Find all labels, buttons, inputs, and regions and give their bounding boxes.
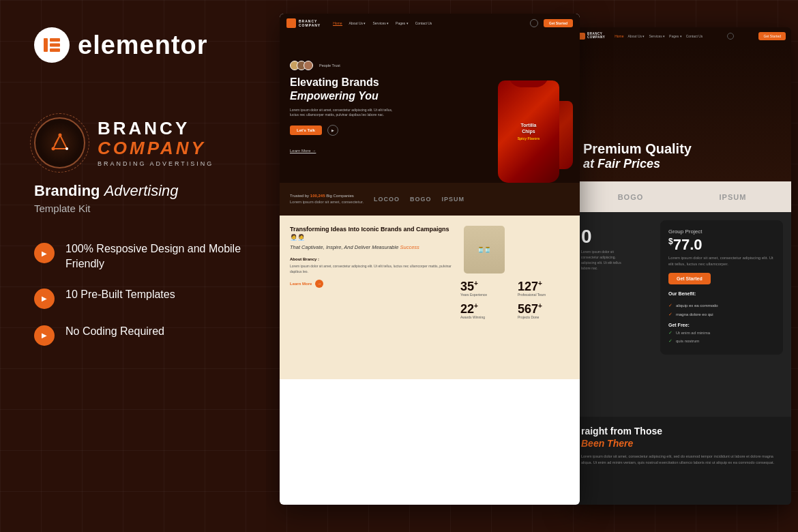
nav-logo-text: BRANCYCOMPANY	[299, 19, 321, 27]
nav-contact[interactable]: Contact Us	[415, 21, 432, 26]
elementor-icon	[34, 27, 70, 63]
sec-bottom: raight from Those Been There Lorem ipsum…	[573, 417, 791, 505]
hero-learn-more-link[interactable]: Learn More →	[290, 149, 316, 153]
sec-hero: Premium Quality at Fair Prices	[573, 45, 791, 181]
preview-trusted: Trusted by 100,245 Big Companies Lorem i…	[280, 183, 580, 216]
hero-trust: People Trust	[290, 61, 570, 70]
about-stats: 🫙🫙 35+ Years Experience 127+ Professiona…	[460, 226, 570, 369]
pricing-desc: Lorem ipsum dolor sit amet, consectetur …	[668, 255, 775, 267]
hero-btn-row: Let's Talk	[290, 125, 570, 136]
free-check-icon-2: ✓	[668, 338, 673, 344]
brancy-icon-circle	[34, 117, 85, 168]
brand-bogo: BOGO	[410, 196, 432, 203]
hero-play-btn[interactable]	[327, 125, 338, 136]
sec-brand-ipsum: IPSUM	[720, 193, 747, 201]
svg-point-8	[65, 147, 68, 150]
sec-nav-logo-text: BRANCYCOMPANY	[587, 33, 605, 40]
stat-item-1: 35+ Years Experience	[460, 280, 512, 297]
svg-marker-4	[53, 135, 67, 149]
brancy-logo: BRANCY COMPANY BRANDING ADVERTISING	[34, 117, 252, 168]
pricing-cta-btn[interactable]: Get Started	[668, 273, 711, 284]
nav-pages[interactable]: Pages ▾	[396, 21, 409, 26]
stat-item-3: 22+ Awards Winning	[460, 303, 512, 320]
sec-brands: BOGO IPSUM	[573, 181, 791, 212]
sec-bottom-title: raight from Those Been There	[581, 425, 783, 449]
feature-text-3: No Coding Required	[65, 324, 164, 339]
stats-grid: 35+ Years Experience 127+ Professional T…	[460, 280, 570, 320]
about-learn-arrow-icon	[315, 280, 323, 288]
preview-about: Transforming Ideas Into Iconic Brands an…	[280, 216, 580, 379]
about-description: Lorem ipsum dolor sit amet, consectetur …	[290, 263, 454, 274]
brancy-logo-tagline: BRANDING ADVERTISING	[98, 160, 213, 167]
sec-nav-home[interactable]: Home	[615, 34, 623, 38]
free-text-2: quis nostrum	[676, 339, 699, 343]
about-section-label: About Brancy :	[290, 257, 454, 261]
about-learn-btn[interactable]: Learn More	[290, 280, 454, 288]
about-learn-text: Learn More	[290, 282, 312, 286]
sec-nav-about[interactable]: About Us ▾	[628, 34, 645, 38]
nav-search-icon[interactable]	[530, 19, 538, 27]
hero-cta-btn[interactable]: Let's Talk	[290, 125, 322, 135]
nav-about[interactable]: About Us ▾	[349, 21, 366, 26]
free-item-1: ✓ Ut enim ad minima	[668, 330, 775, 336]
pricing-label: Group Project	[668, 228, 775, 235]
brand-logos: LOCOO BOGO IPSUM	[374, 196, 464, 203]
features-list: 100% Resposive Design and Mobile Friendl…	[34, 241, 252, 346]
free-text-1: Ut enim ad minima	[676, 331, 710, 335]
stat-label-3: Awards Winning	[460, 315, 512, 320]
about-title-main: Transforming Ideas Into Iconic Brands an…	[290, 226, 454, 241]
hero-trust-text: People Trust	[319, 63, 340, 68]
brancy-logo-company: COMPANY	[98, 138, 213, 158]
stat-num-1: 35+	[460, 280, 512, 293]
sec-nav-services[interactable]: Services ▾	[649, 34, 665, 38]
stat-num-2: 127+	[518, 280, 570, 293]
svg-point-6	[58, 133, 61, 136]
stat-label-2: Professional Team	[518, 293, 570, 297]
brand-ipsum: IPSUM	[442, 196, 465, 203]
svg-rect-3	[50, 48, 60, 52]
hero-learn-more-row: Learn More →	[290, 143, 570, 155]
stat-label-1: Years Experience	[460, 293, 512, 297]
hero-title-line1: Elevating Brands	[290, 76, 570, 89]
svg-rect-2	[50, 44, 60, 47]
stat-item-2: 127+ Professional Team	[518, 280, 570, 297]
benefit-text-2: magna dolore eo qui	[676, 312, 713, 316]
feature-text-1: 100% Resposive Design and Mobile Friendl…	[65, 241, 252, 272]
hero-title-line2: Empowering You	[290, 89, 570, 102]
kit-title: Branding Advertising	[34, 182, 252, 200]
sec-nav-pages[interactable]: Pages ▾	[669, 34, 682, 38]
sec-nav-search-icon[interactable]	[727, 33, 734, 40]
trusted-by-text: Trusted by 100,245 Big Companies Lorem i…	[290, 193, 364, 205]
elementor-brand-name: elementor	[78, 31, 208, 60]
stat-item-4: 567+ Projects Done	[518, 303, 570, 320]
sec-brand-bogo: BOGO	[618, 193, 644, 201]
stat-label-4: Projects Done	[518, 315, 570, 320]
feature-text-2: 10 Pre-Built Templates	[65, 287, 175, 302]
get-free-label: Get Free:	[668, 323, 775, 327]
nav-cta-btn[interactable]: Get Started	[544, 19, 573, 27]
brancy-logo-name: BRANCY	[98, 119, 213, 138]
about-title-sub: That Captivate, Inspire, And Deliver Mea…	[290, 244, 454, 252]
sec-nav-contact[interactable]: Contact Us	[686, 34, 703, 38]
hero-avatars	[290, 61, 310, 70]
svg-point-7	[51, 147, 55, 150]
preview-hero: People Trust Elevating Brands Empowering…	[280, 33, 580, 183]
sec-hero-subtitle: at Fair Prices	[583, 157, 781, 171]
benefits-list: ✓ aliquip ex ea commodo ✓ magna dolore e…	[668, 303, 775, 317]
nav-services[interactable]: Services ▾	[373, 21, 389, 26]
nav-home[interactable]: Home	[333, 21, 342, 26]
feature-item-1: 100% Resposive Design and Mobile Friendl…	[34, 241, 252, 272]
preview-nav: BRANCYCOMPANY Home About Us ▾ Services ▾…	[280, 14, 580, 33]
kit-title-row: Branding Advertising Template Kit	[34, 182, 252, 214]
about-product-image: 🫙🫙	[464, 226, 505, 274]
svg-line-5	[55, 135, 60, 145]
benefit-2: ✓ magna dolore eo qui	[668, 312, 775, 317]
kit-subtitle: Template Kit	[34, 203, 252, 214]
svg-rect-1	[50, 38, 60, 42]
stat-num-4: 567+	[518, 303, 570, 315]
free-item-2: ✓ quis nostrum	[668, 338, 775, 344]
left-panel: elementor BRANCY COMPANY BRANDING ADVERT…	[0, 0, 286, 532]
sec-nav-cta[interactable]: Get Started	[758, 32, 786, 40]
benefits-label: Our Benefit:	[668, 291, 775, 296]
sec-bottom-desc: Lorem ipsum dolor sit amet, consectetur …	[581, 454, 783, 466]
